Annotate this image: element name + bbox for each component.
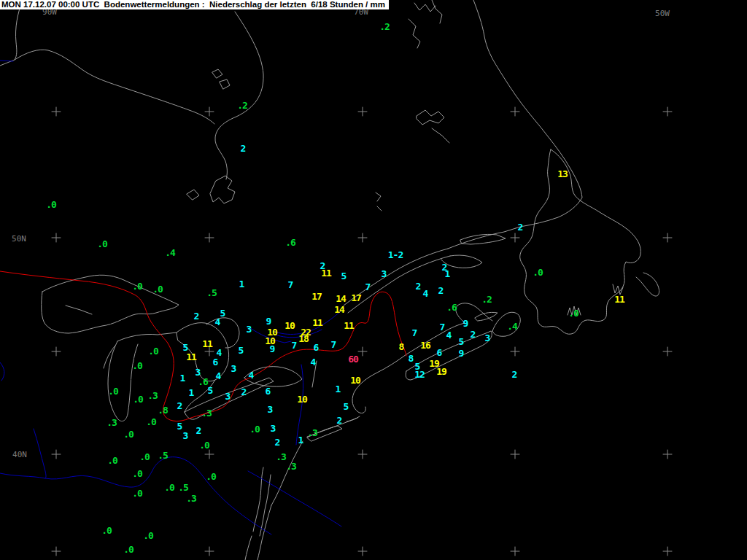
graticule-cross xyxy=(205,233,214,242)
station-precip-value: .8 xyxy=(158,405,168,416)
station-precip-value: .0 xyxy=(249,424,260,435)
station-precip-value: 2 xyxy=(194,311,199,322)
station-precip-value: .0 xyxy=(152,284,163,295)
station-precip-value: 10 xyxy=(297,394,307,405)
station-precip-value: 4 xyxy=(311,357,316,368)
station-precip-value: 2 xyxy=(241,143,246,154)
coastline-layer xyxy=(0,0,659,560)
station-precip-value: .0 xyxy=(148,346,158,357)
station-precip-value: .0 xyxy=(46,199,56,210)
station-precip-value: 60 xyxy=(348,354,358,365)
station-precip-value: .0 xyxy=(164,482,174,493)
station-precip-value: 5 xyxy=(177,421,182,432)
station-precip-value: .6 xyxy=(446,302,457,313)
station-precip-value: 11 xyxy=(344,320,354,331)
station-precip-value: 17 xyxy=(311,291,322,302)
station-precip-value: 10 xyxy=(350,375,360,386)
station-precip-value: .0 xyxy=(568,308,578,319)
station-precip-value: .0 xyxy=(199,440,209,451)
station-precip-value: 2 xyxy=(518,222,523,233)
station-precip-value: 11 xyxy=(312,317,322,328)
graticule-label: 50W xyxy=(655,9,670,18)
station-precip-value: 5 xyxy=(208,385,213,396)
graticule-cross xyxy=(205,107,214,116)
graticule-cross xyxy=(358,450,367,459)
station-precip-value: .0 xyxy=(143,530,153,541)
station-precip-value: 5 xyxy=(341,271,347,281)
graticule-cross xyxy=(663,547,672,556)
graticule-cross xyxy=(52,233,61,242)
graticule-cross xyxy=(511,107,519,116)
graticule-cross xyxy=(358,547,367,556)
station-precip-value: 16 xyxy=(420,340,430,351)
station-precip-value: .0 xyxy=(101,525,112,536)
station-precip-value: .3 xyxy=(186,493,196,504)
station-precip-value: .0 xyxy=(132,468,142,479)
station-precip-value: .0 xyxy=(132,281,142,292)
station-precip-value: 1 xyxy=(239,279,244,289)
station-precip-value: 5 xyxy=(459,336,464,347)
graticule-cross xyxy=(358,347,367,356)
graticule-cross xyxy=(511,547,519,556)
station-precip-value: .3 xyxy=(107,417,117,428)
station-precip-value: 12 xyxy=(414,369,425,380)
station-precip-value: .0 xyxy=(123,429,133,440)
station-precip-value: 9 xyxy=(270,343,275,354)
station-precip-value: 14 xyxy=(336,293,346,304)
station-precip-value: 7 xyxy=(331,339,336,350)
station-precip-value: 18 xyxy=(298,333,309,344)
station-precip-value: 4 xyxy=(446,330,452,341)
station-precip-value: 2 xyxy=(512,369,517,380)
station-precip-value: .3 xyxy=(147,390,158,401)
graticule-cross xyxy=(663,107,672,116)
station-precip-value: 4 xyxy=(423,288,428,299)
station-precip-value: 8 xyxy=(409,353,414,364)
station-precip-value: .6 xyxy=(285,237,295,248)
graticule-cross xyxy=(358,107,367,116)
station-precip-value: 4 xyxy=(215,316,220,327)
graticule-cross xyxy=(358,233,367,242)
graticule-cross xyxy=(511,450,519,459)
graticule-cross xyxy=(511,233,519,242)
station-precip-value: .0 xyxy=(108,386,118,397)
graticule-cross xyxy=(52,347,61,356)
station-precip-value: 19 xyxy=(436,366,446,377)
station-precip-value: 7 xyxy=(292,340,297,351)
station-precip-value: 6 xyxy=(213,357,218,368)
station-precip-value: .2 xyxy=(379,21,390,32)
station-precip-value: 1 xyxy=(180,373,185,384)
station-precip-value: 17 xyxy=(351,292,361,303)
station-precip-value: 11 xyxy=(202,338,212,349)
station-precip-value: 1-2 xyxy=(388,249,403,260)
station-precip-value: 3 xyxy=(183,430,188,441)
station-precip-value: 3 xyxy=(271,423,276,434)
station-precip-value: 2 xyxy=(438,285,444,296)
station-precip-value: 2 xyxy=(275,437,280,448)
station-precip-value: 10 xyxy=(285,320,295,331)
station-precip-value: 7 xyxy=(288,279,293,290)
graticule-layer xyxy=(52,107,672,556)
station-precip-value: 2 xyxy=(196,425,201,436)
station-precip-value: 3 xyxy=(485,332,490,343)
graticule-cross xyxy=(52,107,61,116)
station-precip-value: .5 xyxy=(178,482,188,493)
graticule-cross xyxy=(663,450,672,459)
station-precip-value: 1 xyxy=(298,435,303,446)
graticule-cross xyxy=(52,547,61,556)
station-precip-value: 5 xyxy=(220,308,225,319)
station-precip-value: .0 xyxy=(123,544,133,555)
station-precip-value: .4 xyxy=(165,247,175,258)
station-precip-value: 2 xyxy=(337,415,342,426)
station-precip-value: 6 xyxy=(314,342,319,353)
station-precip-value: .0 xyxy=(533,267,543,278)
station-precip-value: 1 xyxy=(336,384,341,394)
station-precip-value: .3 xyxy=(307,427,317,438)
station-precip-value: 9 xyxy=(459,348,464,359)
station-precip-value: .0 xyxy=(132,360,142,371)
station-precip-value: 4 xyxy=(249,370,254,381)
station-precip-value: .5 xyxy=(206,287,217,298)
station-precip-value: 7 xyxy=(412,327,417,338)
station-precip-value: 8 xyxy=(399,341,404,352)
station-precip-value: 3 xyxy=(268,404,273,415)
station-precip-value: 14 xyxy=(334,304,344,315)
